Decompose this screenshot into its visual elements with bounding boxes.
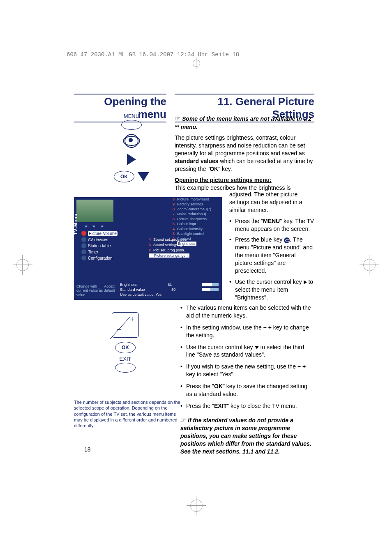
bullet-item: In the setting window, use the − + key t… xyxy=(175,324,314,339)
r-num: 2 xyxy=(173,237,176,241)
r-num: 7 xyxy=(173,212,176,216)
arrow-down-inline-icon xyxy=(255,346,259,349)
body-text-top: ☞Some of the menu items are not availabl… xyxy=(175,114,314,195)
mid-label: Picture settings, gen. xyxy=(154,253,189,258)
mid-label: Pict.set.,prog.posn. xyxy=(153,248,185,252)
panel-default-row: Use as default value: Yes xyxy=(120,292,161,297)
r-num: 8 xyxy=(173,207,176,211)
menu-row: AV devices xyxy=(88,237,108,242)
r-label: Colour impr. xyxy=(177,222,197,226)
tv-menu-diagram: ★ ★ ★ TV-Menu Picture-Volume AV devices … xyxy=(74,197,222,300)
r-label: Colour intensity xyxy=(177,227,203,231)
bullet-item: Use the cursor control key to select the… xyxy=(229,278,314,302)
bullet-item: Press the "EXIT" key to close the TV men… xyxy=(175,402,314,410)
exit-button-icon xyxy=(115,363,136,373)
r-label: Noise reduction3) xyxy=(177,212,206,216)
r-label: Factory settings xyxy=(177,202,203,206)
page-number: 18 xyxy=(84,446,91,453)
bullet-item: Use the cursor control key to select the… xyxy=(175,343,314,359)
menu-dot-icon xyxy=(81,237,86,242)
panel-standard-value: 50 xyxy=(171,288,175,292)
panel-brightness-label: Brightness xyxy=(120,283,138,287)
bullet-item: Press the blue key . The menu "Picture a… xyxy=(229,236,314,274)
bar-icon xyxy=(202,288,219,291)
r-label: Zoom/Panorama3)7) xyxy=(177,207,211,211)
arrow-right-inline-icon xyxy=(304,280,307,284)
body-text-wide: The various menu items can be selected w… xyxy=(175,304,314,461)
r-label: Brightness xyxy=(177,242,196,246)
body-text-narrow: adjusted. The other picture settings can… xyxy=(229,191,314,305)
register-mark-right xyxy=(363,259,376,271)
register-mark-top xyxy=(193,60,200,67)
sub-heading: Opening the picture settings menu: xyxy=(175,176,314,184)
note-bottom: If the standard values do not provide a … xyxy=(180,417,311,455)
remote-diagram-bottom: + − OK EXIT xyxy=(101,312,150,377)
hand-icon: ☞ xyxy=(175,115,180,122)
r-label: Picture improvment xyxy=(177,197,209,201)
r-label: Picture sharpness xyxy=(177,217,207,221)
arrow-down-icon xyxy=(138,172,149,181)
r-label: Contrast xyxy=(177,237,191,241)
ok-button-icon: OK xyxy=(115,342,136,353)
menu-row: Timer xyxy=(88,250,98,254)
mid-num: 2 xyxy=(149,248,152,252)
arrow-right-icon xyxy=(127,154,136,165)
para1-e: " key. xyxy=(218,166,232,172)
bullet-item: If you wish to save the new setting, use… xyxy=(175,363,314,378)
menu-row: Picture-Volume xyxy=(88,231,118,236)
register-mark-bottom xyxy=(190,500,203,512)
menu-button-icon xyxy=(121,120,142,130)
narrow-intro: adjusted. The other picture settings can… xyxy=(229,191,314,214)
menu-row: Station table xyxy=(88,244,111,248)
r-label: Backlight control xyxy=(177,232,204,236)
r-num: 9 xyxy=(173,202,176,206)
bullet-item: The various menu items can be selected w… xyxy=(175,304,314,320)
hand-icon: ☞ xyxy=(180,417,186,424)
r-num: 4 xyxy=(173,227,176,231)
mid-num: 4 xyxy=(149,237,152,242)
ok-button-icon: OK xyxy=(114,171,134,182)
doc-header: 606 47 2030.A1 ML GB 16.04.2007 12:34 Uh… xyxy=(67,51,239,58)
menu-dot-icon xyxy=(81,256,86,260)
eye-icon xyxy=(125,134,138,148)
menu-row: Configuration xyxy=(88,256,112,260)
r-num: 6 xyxy=(173,217,176,221)
minus-icon: − xyxy=(116,324,122,335)
para1-b: standard values xyxy=(175,158,219,164)
menu-dot-icon xyxy=(81,231,86,236)
tv-menu-side-label: TV-Menu xyxy=(73,213,78,235)
bullet-item: Press the "OK" key to save the changed s… xyxy=(175,382,314,398)
diagram-values-panel: Brightness 61 Standard value 50 Use as d… xyxy=(120,283,219,297)
exit-label: EXIT xyxy=(101,356,150,362)
r-num: 3 xyxy=(173,232,176,236)
mid-num: 3 xyxy=(149,243,152,247)
tv-preview-thumb xyxy=(76,200,113,222)
panel-standard-label: Standard value xyxy=(120,288,145,292)
para1-a: The picture settings brightness, contras… xyxy=(175,134,305,157)
r-num: 5 xyxy=(173,222,176,226)
note-top: Some of the menu items are not available… xyxy=(175,115,311,130)
footnote-text: The number of subjects and sections depe… xyxy=(74,399,181,428)
diagram-hint-text: Change with ⎯ + Accept current value as … xyxy=(76,284,118,297)
para1-d: OK xyxy=(210,166,218,172)
panel-brightness-value: 61 xyxy=(168,283,172,287)
remote-diagram-top: MENU OK xyxy=(99,113,164,182)
blue-key-icon xyxy=(284,237,290,243)
bullet-item: Press the "MENU" key. The TV menu appear… xyxy=(229,217,314,233)
menu-label: MENU xyxy=(99,113,164,119)
bar-icon xyxy=(202,283,219,286)
plus-icon: + xyxy=(130,315,134,324)
menu-dot-icon xyxy=(81,243,86,248)
register-mark-left xyxy=(16,259,29,271)
menu-dot-icon xyxy=(81,249,86,254)
volume-rocker-icon: + − xyxy=(112,312,139,338)
r-num: 0 xyxy=(173,197,176,201)
rating-stars: ★ ★ ★ xyxy=(76,224,113,228)
